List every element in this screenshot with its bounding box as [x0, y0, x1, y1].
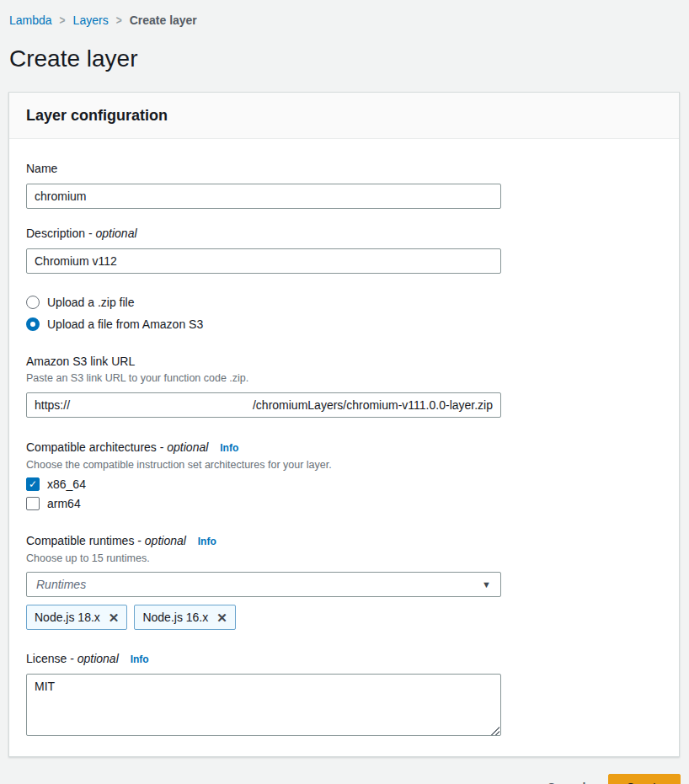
- runtimes-select[interactable]: Runtimes ▼: [26, 572, 501, 597]
- checkbox-option-x86-64[interactable]: ✓ x86_64: [26, 477, 662, 491]
- runtime-token-nodejs-16: Node.js 16.x ✕: [134, 605, 235, 630]
- description-optional-text: optional: [95, 227, 136, 240]
- architectures-label-text: Compatible architectures -: [26, 440, 163, 454]
- runtimes-label: Compatible runtimes - optional Info: [26, 533, 662, 549]
- runtimes-optional-text: optional: [145, 534, 186, 547]
- s3-url-prefix: https://: [35, 398, 70, 412]
- description-label: Description - optional: [26, 226, 662, 241]
- cancel-button[interactable]: Cancel: [547, 781, 585, 784]
- panel-body: Name Description - optional Upload a .zi…: [9, 139, 679, 756]
- s3-url-input[interactable]: https:// /chromiumLayers/chromium-v111.0…: [26, 392, 501, 418]
- panel-title: Layer configuration: [26, 107, 662, 125]
- breadcrumb: Lambda > Layers > Create layer: [0, 0, 689, 27]
- runtimes-token-list: Node.js 18.x ✕ Node.js 16.x ✕: [26, 605, 662, 630]
- s3-url-label: Amazon S3 link URL: [26, 354, 662, 369]
- runtime-token-nodejs-18: Node.js 18.x ✕: [26, 605, 127, 630]
- create-button[interactable]: Create: [608, 774, 681, 784]
- architectures-field: Compatible architectures - optional Info…: [26, 440, 662, 510]
- architectures-info-link[interactable]: Info: [220, 442, 238, 454]
- description-field: Description - optional: [26, 226, 662, 274]
- s3-url-field: Amazon S3 link URL Paste an S3 link URL …: [26, 354, 662, 418]
- license-label: License - optional Info: [26, 651, 662, 667]
- checkbox-option-label[interactable]: arm64: [47, 497, 81, 510]
- checkbox-checked-icon[interactable]: ✓: [26, 477, 40, 491]
- license-textarea-wrap: MIT: [26, 674, 501, 739]
- layer-configuration-panel: Layer configuration Name Description - o…: [8, 92, 680, 757]
- breadcrumb-separator-icon: >: [116, 13, 122, 28]
- s3-url-help-text: Paste an S3 link URL to your function co…: [26, 371, 662, 385]
- license-info-link[interactable]: Info: [131, 653, 149, 665]
- radio-option-upload-zip[interactable]: Upload a .zip file: [26, 296, 662, 309]
- license-field: License - optional Info MIT: [26, 651, 662, 739]
- description-input[interactable]: [26, 248, 501, 274]
- license-textarea[interactable]: MIT: [26, 674, 501, 736]
- radio-option-label[interactable]: Upload a .zip file: [47, 296, 135, 309]
- breadcrumb-link-layers[interactable]: Layers: [73, 13, 109, 27]
- token-remove-icon[interactable]: ✕: [109, 611, 120, 624]
- license-label-text: License -: [26, 652, 74, 665]
- form-actions: Cancel Create: [8, 774, 681, 784]
- upload-source-radio-group: Upload a .zip file Upload a file from Am…: [26, 296, 662, 331]
- name-field: Name: [26, 161, 662, 209]
- runtimes-info-link[interactable]: Info: [198, 536, 216, 547]
- resize-handle-icon[interactable]: [491, 727, 499, 735]
- chevron-down-icon: ▼: [482, 579, 491, 589]
- token-label: Node.js 16.x: [142, 611, 208, 624]
- radio-button-icon[interactable]: [26, 296, 40, 309]
- checkbox-option-label[interactable]: x86_64: [47, 477, 86, 491]
- checkbox-unchecked-icon[interactable]: [26, 497, 40, 510]
- name-input[interactable]: [26, 184, 501, 209]
- architectures-help-text: Choose the compatible instruction set ar…: [26, 458, 662, 472]
- token-remove-icon[interactable]: ✕: [216, 611, 227, 624]
- architectures-optional-text: optional: [167, 440, 208, 454]
- architectures-label: Compatible architectures - optional Info: [26, 440, 662, 456]
- s3-url-suffix: /chromiumLayers/chromium-v111.0.0-layer.…: [253, 398, 493, 412]
- runtimes-help-text: Choose up to 15 runtimes.: [26, 552, 662, 565]
- panel-header: Layer configuration: [9, 93, 679, 139]
- breadcrumb-current: Create layer: [130, 13, 197, 27]
- runtimes-field: Compatible runtimes - optional Info Choo…: [26, 533, 662, 630]
- name-label: Name: [26, 161, 662, 176]
- license-optional-text: optional: [77, 652, 119, 665]
- token-label: Node.js 18.x: [35, 611, 100, 624]
- radio-option-upload-s3[interactable]: Upload a file from Amazon S3: [26, 317, 662, 331]
- breadcrumb-separator-icon: >: [60, 13, 66, 28]
- description-label-text: Description -: [26, 227, 93, 240]
- checkbox-option-arm64[interactable]: arm64: [26, 497, 662, 510]
- page-title: Create layer: [9, 45, 689, 73]
- radio-option-label[interactable]: Upload a file from Amazon S3: [47, 317, 203, 331]
- architectures-checkbox-group: ✓ x86_64 arm64: [26, 477, 662, 510]
- runtimes-select-placeholder: Runtimes: [36, 578, 86, 591]
- radio-button-selected-icon[interactable]: [26, 317, 40, 331]
- breadcrumb-link-lambda[interactable]: Lambda: [9, 13, 52, 27]
- runtimes-label-text: Compatible runtimes -: [26, 534, 142, 547]
